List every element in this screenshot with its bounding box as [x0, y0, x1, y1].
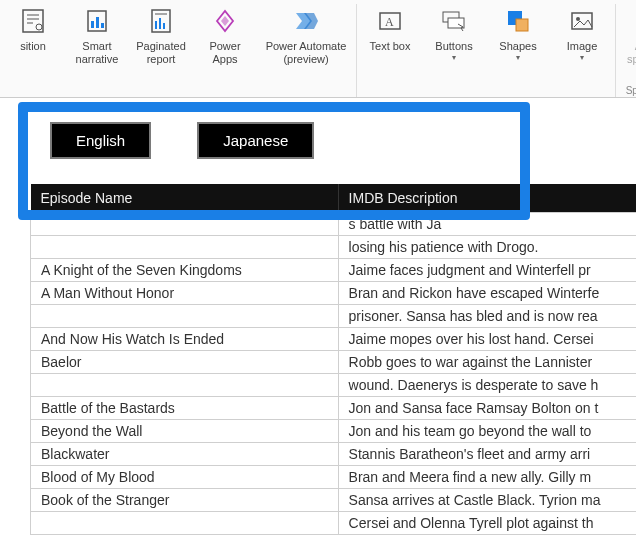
description-cell: Jaime faces judgment and Winterfell pr: [338, 259, 636, 282]
english-button[interactable]: English: [50, 122, 151, 159]
decomposition-button[interactable]: sition: [6, 4, 60, 53]
episode-name-cell: Baelor: [31, 351, 339, 374]
svg-rect-0: [23, 10, 43, 32]
table-row[interactable]: prisoner. Sansa has bled and is now rea: [31, 305, 637, 328]
column-header[interactable]: IMDB Description: [338, 184, 636, 213]
episode-name-cell: Battle of the Bastards: [31, 397, 339, 420]
buttons-icon: [440, 4, 468, 38]
description-cell: losing his patience with Drogo.: [338, 236, 636, 259]
svg-text:A: A: [385, 15, 394, 29]
description-cell: s battle with Ja: [338, 213, 636, 236]
description-cell: Jon and his team go beyond the wall to: [338, 420, 636, 443]
description-cell: wound. Daenerys is desperate to save h: [338, 374, 636, 397]
paginated-report-button[interactable]: Paginated report: [134, 4, 188, 66]
description-cell: Bran and Rickon have escaped Winterfe: [338, 282, 636, 305]
episode-name-cell: [31, 213, 339, 236]
table-row[interactable]: Beyond the WallJon and his team go beyon…: [31, 420, 637, 443]
textbox-icon: A: [376, 4, 404, 38]
japanese-button[interactable]: Japanese: [197, 122, 314, 159]
ribbon-group: Add a sparklineSparklines: [616, 4, 636, 98]
pautomate-icon: [292, 4, 320, 38]
episode-name-cell: And Now His Watch Is Ended: [31, 328, 339, 351]
smart-narrative-button[interactable]: Smart narrative: [70, 4, 124, 66]
ribbon-item-label: Paginated report: [134, 40, 188, 66]
ribbon-item-label: Add a sparkline: [622, 40, 636, 66]
description-cell: Cersei and Olenna Tyrell plot against th: [338, 512, 636, 535]
svg-rect-8: [101, 23, 104, 28]
ribbon-item-label: Buttons: [435, 40, 472, 53]
image-icon: [568, 4, 596, 38]
episode-name-cell: [31, 512, 339, 535]
description-cell: Stannis Baratheon's fleet and army arri: [338, 443, 636, 466]
table-row[interactable]: s battle with Ja: [31, 213, 637, 236]
ribbon-group: sitionSmart narrativePaginated reportPow…: [0, 4, 357, 98]
power-automate-button[interactable]: Power Automate (preview): [262, 4, 350, 66]
column-header[interactable]: Episode Name: [31, 184, 339, 213]
text-box-button[interactable]: AText box: [363, 4, 417, 53]
shapes-icon: [504, 4, 532, 38]
svg-rect-11: [159, 18, 161, 29]
episode-name-cell: [31, 374, 339, 397]
table-row[interactable]: losing his patience with Drogo.: [31, 236, 637, 259]
episode-name-cell: Blackwater: [31, 443, 339, 466]
ribbon-toolbar: sitionSmart narrativePaginated reportPow…: [0, 0, 636, 98]
episode-name-cell: Book of the Stranger: [31, 489, 339, 512]
svg-point-21: [576, 17, 580, 21]
chevron-down-icon: ▾: [516, 53, 520, 62]
episode-name-cell: A Knight of the Seven Kingdoms: [31, 259, 339, 282]
description-cell: Jon and Sansa face Ramsay Bolton on t: [338, 397, 636, 420]
ribbon-group: AText boxButtons▾Shapes▾Image▾: [357, 4, 616, 98]
description-cell: Jaime mopes over his lost hand. Cersei: [338, 328, 636, 351]
ribbon-item-label: Image: [567, 40, 598, 53]
table-row[interactable]: Battle of the BastardsJon and Sansa face…: [31, 397, 637, 420]
svg-rect-19: [516, 19, 528, 31]
table-row[interactable]: wound. Daenerys is desperate to save h: [31, 374, 637, 397]
decomp-icon: [19, 4, 47, 38]
table-row[interactable]: Cersei and Olenna Tyrell plot against th: [31, 512, 637, 535]
add-sparkline-button: Add a sparkline: [622, 4, 636, 66]
image-button[interactable]: Image▾: [555, 4, 609, 62]
episode-name-cell: Blood of My Blood: [31, 466, 339, 489]
table-row[interactable]: A Man Without HonorBran and Rickon have …: [31, 282, 637, 305]
episode-name-cell: A Man Without Honor: [31, 282, 339, 305]
ribbon-item-label: Text box: [370, 40, 411, 53]
table-row[interactable]: A Knight of the Seven KingdomsJaime face…: [31, 259, 637, 282]
table-row[interactable]: Book of the StrangerSansa arrives at Cas…: [31, 489, 637, 512]
episode-name-cell: Beyond the Wall: [31, 420, 339, 443]
papps-icon: [211, 4, 239, 38]
svg-rect-6: [91, 21, 94, 28]
episode-name-cell: [31, 236, 339, 259]
svg-rect-12: [163, 23, 165, 29]
buttons-button[interactable]: Buttons▾: [427, 4, 481, 62]
chevron-down-icon: ▾: [580, 53, 584, 62]
table-row[interactable]: And Now His Watch Is EndedJaime mopes ov…: [31, 328, 637, 351]
description-cell: Bran and Meera find a new ally. Gilly m: [338, 466, 636, 489]
svg-rect-10: [155, 21, 157, 29]
table-row[interactable]: BaelorRobb goes to war against the Lanni…: [31, 351, 637, 374]
ribbon-item-label: Power Apps: [198, 40, 252, 66]
episodes-table: Episode NameIMDB Description s battle wi…: [30, 184, 636, 535]
ribbon-item-label: sition: [20, 40, 46, 53]
shapes-button[interactable]: Shapes▾: [491, 4, 545, 62]
chevron-down-icon: ▾: [452, 53, 456, 62]
table-row[interactable]: BlackwaterStannis Baratheon's fleet and …: [31, 443, 637, 466]
table-row[interactable]: Blood of My BloodBran and Meera find a n…: [31, 466, 637, 489]
ribbon-item-label: Smart narrative: [70, 40, 124, 66]
description-cell: Robb goes to war against the Lannister: [338, 351, 636, 374]
report-icon: [147, 4, 175, 38]
narrative-icon: [83, 4, 111, 38]
ribbon-item-label: Shapes: [499, 40, 536, 53]
svg-rect-7: [96, 17, 99, 28]
episode-name-cell: [31, 305, 339, 328]
ribbon-item-label: Power Automate (preview): [262, 40, 350, 66]
power-apps-button[interactable]: Power Apps: [198, 4, 252, 66]
description-cell: Sansa arrives at Castle Black. Tyrion ma: [338, 489, 636, 512]
description-cell: prisoner. Sansa has bled and is now rea: [338, 305, 636, 328]
language-buttons-row: EnglishJapanese: [50, 122, 314, 159]
svg-point-4: [36, 24, 42, 30]
ribbon-group-caption: Sparklines: [626, 85, 636, 96]
